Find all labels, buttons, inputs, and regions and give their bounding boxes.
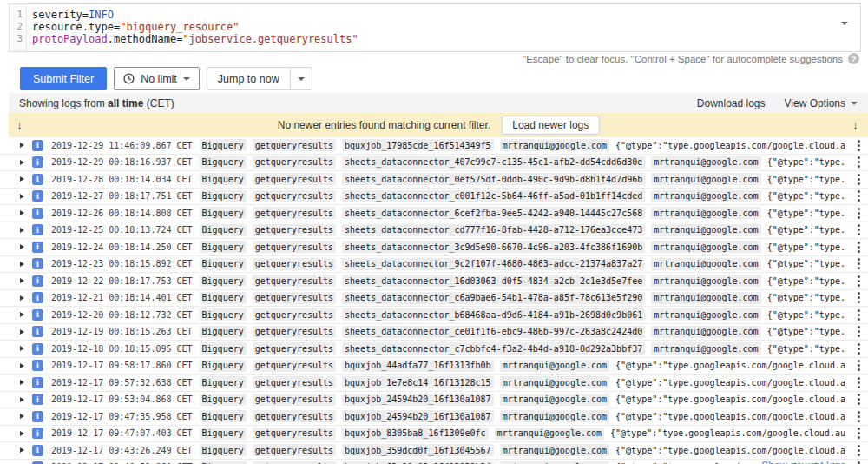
row-menu-icon[interactable]: [858, 280, 860, 282]
query-line[interactable]: protoPayload.methodName="jobservice.getq…: [32, 33, 358, 45]
log-user-chip[interactable]: mrtranqui@google.com: [500, 410, 609, 422]
scroll-down-icon[interactable]: ↓: [16, 119, 23, 131]
load-newer-logs-button[interactable]: Load newer logs: [502, 116, 599, 135]
log-method-chip[interactable]: getqueryresults: [253, 139, 336, 151]
log-service-chip[interactable]: Bigquery: [200, 258, 247, 270]
expand-arrow-icon[interactable]: [20, 278, 24, 283]
log-method-chip[interactable]: getqueryresults: [253, 326, 336, 338]
log-jobid-chip[interactable]: sheets_dataconnector_c6a9bae6-54b1-478a-…: [342, 292, 645, 304]
row-menu-icon[interactable]: [858, 161, 860, 163]
jump-to-now-caret[interactable]: [290, 68, 312, 89]
log-jobid-chip[interactable]: sheets_dataconnector_6cef2fba-9ee5-4242-…: [342, 207, 645, 219]
log-method-chip[interactable]: getqueryresults: [253, 190, 336, 202]
log-service-chip[interactable]: Bigquery: [200, 275, 247, 287]
expand-arrow-icon[interactable]: [20, 160, 24, 165]
expand-arrow-icon[interactable]: [20, 295, 24, 301]
info-severity-icon[interactable]: i: [32, 224, 43, 235]
log-method-chip[interactable]: getqueryresults: [253, 308, 336, 321]
expand-arrow-icon[interactable]: [20, 262, 24, 267]
log-service-chip[interactable]: Bigquery: [200, 410, 247, 422]
log-method-chip[interactable]: getqueryresults: [253, 342, 336, 355]
expand-arrow-icon[interactable]: [20, 329, 24, 335]
info-severity-icon[interactable]: i: [32, 428, 43, 439]
log-service-chip[interactable]: Bigquery: [200, 224, 247, 236]
info-severity-icon[interactable]: i: [32, 156, 43, 168]
log-jobid-chip[interactable]: bquxjob_8305ba8_16f1309e0fc: [342, 428, 489, 440]
log-user-chip[interactable]: mrtranqui@google.com: [651, 190, 760, 202]
info-severity-icon[interactable]: i: [32, 326, 43, 337]
log-user-chip[interactable]: mrtranqui@google.com: [651, 173, 760, 185]
log-method-chip[interactable]: getqueryresults: [253, 376, 336, 388]
info-severity-icon[interactable]: i: [32, 242, 43, 253]
log-user-chip[interactable]: mrtranqui@google.com: [495, 428, 604, 440]
row-menu-icon[interactable]: [858, 229, 860, 231]
log-method-chip[interactable]: getqueryresults: [253, 410, 336, 422]
row-menu-icon[interactable]: [858, 144, 860, 147]
log-method-chip[interactable]: getqueryresults: [253, 207, 336, 219]
info-severity-icon[interactable]: i: [32, 258, 43, 269]
log-user-chip[interactable]: mrtranqui@google.com: [500, 394, 609, 406]
time-limit-button[interactable]: No limit: [114, 67, 200, 90]
row-menu-icon[interactable]: [858, 364, 860, 367]
log-method-chip[interactable]: getqueryresults: [253, 394, 336, 406]
log-jobid-chip[interactable]: sheets_dataconnector_16d03063-d0f5-4834-…: [342, 275, 645, 287]
row-menu-icon[interactable]: [858, 381, 860, 384]
row-menu-icon[interactable]: [858, 398, 860, 401]
log-jobid-chip[interactable]: sheets_dataconnector_ce01f1f6-ebc9-486b-…: [342, 326, 645, 338]
query-line[interactable]: resource.type="bigquery_resource": [32, 21, 358, 33]
log-user-chip[interactable]: mrtranqui@google.com: [500, 444, 609, 456]
log-method-chip[interactable]: getqueryresults: [253, 292, 336, 304]
submit-filter-button[interactable]: Submit Filter: [20, 67, 107, 90]
info-severity-icon[interactable]: i: [32, 292, 43, 303]
log-jobid-chip[interactable]: sheets_dataconnector_c001f12c-5b64-46ff-…: [342, 190, 645, 202]
info-severity-icon[interactable]: i: [32, 360, 43, 371]
log-user-chip[interactable]: mrtranqui@google.com: [651, 156, 760, 169]
info-severity-icon[interactable]: i: [32, 208, 43, 219]
row-menu-icon[interactable]: [858, 178, 860, 181]
log-jobid-chip[interactable]: sheets_dataconnector_3c9d5e90-6670-4c96-…: [342, 241, 645, 253]
query-editor[interactable]: 123 severity=INFOresource.type="bigquery…: [9, 3, 861, 52]
jump-to-now-button[interactable]: Jump to now: [207, 67, 312, 90]
expand-arrow-icon[interactable]: [20, 228, 24, 233]
info-severity-icon[interactable]: i: [32, 174, 43, 185]
expand-arrow-icon[interactable]: [20, 244, 24, 249]
log-jobid-chip[interactable]: sheets_dataconnector_407c99c7-c135-45c1-…: [342, 156, 645, 169]
log-service-chip[interactable]: Bigquery: [200, 326, 247, 338]
log-service-chip[interactable]: Bigquery: [200, 428, 247, 440]
log-method-chip[interactable]: getqueryresults: [253, 173, 336, 185]
info-severity-icon[interactable]: i: [32, 394, 43, 405]
log-user-chip[interactable]: mrtranqui@google.com: [500, 139, 609, 151]
row-menu-icon[interactable]: [858, 296, 860, 299]
view-options-button[interactable]: View Options: [785, 97, 858, 109]
row-menu-icon[interactable]: [858, 348, 860, 350]
log-method-chip[interactable]: getqueryresults: [253, 360, 336, 372]
expand-arrow-icon[interactable]: [20, 312, 24, 317]
query-code[interactable]: severity=INFOresource.type="bigquery_res…: [27, 4, 358, 51]
row-menu-icon[interactable]: [858, 212, 860, 215]
expand-arrow-icon[interactable]: [20, 194, 24, 199]
log-service-chip[interactable]: Bigquery: [200, 376, 247, 388]
expand-arrow-icon[interactable]: [20, 380, 24, 385]
log-service-chip[interactable]: Bigquery: [200, 308, 247, 321]
expand-arrow-icon[interactable]: [20, 414, 24, 419]
log-service-chip[interactable]: Bigquery: [200, 394, 247, 406]
row-menu-icon[interactable]: [858, 246, 860, 249]
row-menu-icon[interactable]: [858, 432, 860, 434]
log-service-chip[interactable]: Bigquery: [200, 190, 247, 202]
log-user-chip[interactable]: mrtranqui@google.com: [651, 275, 760, 287]
log-user-chip[interactable]: mrtranqui@google.com: [651, 292, 760, 304]
info-severity-icon[interactable]: i: [32, 411, 43, 422]
log-method-chip[interactable]: getqueryresults: [253, 428, 336, 440]
row-menu-icon[interactable]: [858, 330, 860, 333]
log-service-chip[interactable]: Bigquery: [200, 292, 247, 304]
log-user-chip[interactable]: mrtranqui@google.com: [651, 308, 760, 321]
log-method-chip[interactable]: getqueryresults: [253, 275, 336, 287]
download-logs-button[interactable]: Download logs: [697, 97, 766, 109]
partial-bottom-link[interactable]: Show newest logs: [761, 460, 845, 464]
log-method-chip[interactable]: getqueryresults: [253, 224, 336, 236]
expand-arrow-icon[interactable]: [20, 210, 24, 215]
log-service-chip[interactable]: Bigquery: [200, 444, 247, 456]
log-service-chip[interactable]: Bigquery: [200, 173, 247, 185]
log-jobid-chip[interactable]: bquxjob_24594b20_16f130a1087: [342, 394, 494, 406]
expand-arrow-icon[interactable]: [20, 397, 24, 402]
